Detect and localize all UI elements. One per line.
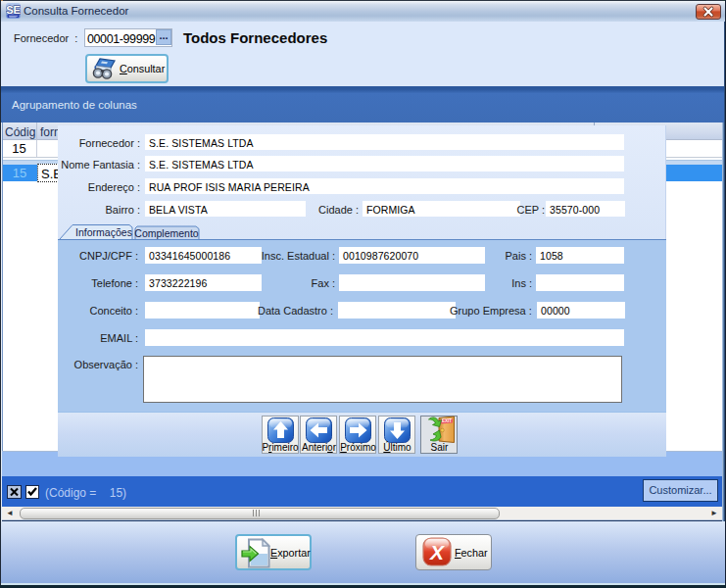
svg-text:Informações: Informações bbox=[75, 226, 132, 238]
svg-text:SE: SE bbox=[6, 4, 21, 16]
svg-text:Complemento: Complemento bbox=[134, 227, 199, 239]
svg-text:EXIT: EXIT bbox=[442, 418, 452, 423]
